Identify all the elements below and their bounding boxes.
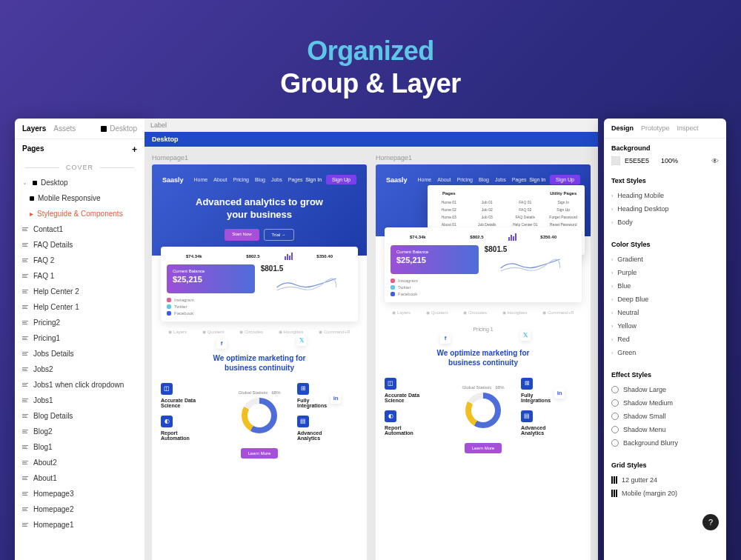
mega-item[interactable]: Reset Password xyxy=(548,222,579,227)
signup-button[interactable]: Sign Up xyxy=(550,175,580,184)
brand[interactable]: Saasly xyxy=(162,176,184,184)
nav-link[interactable]: Blog xyxy=(479,177,489,182)
mega-item[interactable]: Job 03 xyxy=(472,215,503,219)
mega-item[interactable]: FAQ Details xyxy=(510,215,541,219)
page-item[interactable]: Help Center 2 xyxy=(15,284,144,299)
nav-link[interactable]: About xyxy=(213,177,227,182)
page-item[interactable]: Jobs1 xyxy=(15,393,144,408)
style-item[interactable]: ›Gradient xyxy=(611,253,719,266)
mega-item[interactable]: Job 02 xyxy=(472,207,503,212)
page-item[interactable]: FAQ 1 xyxy=(15,268,144,284)
signup-button[interactable]: Sign Up xyxy=(326,175,356,184)
page-item[interactable]: Pricing1 xyxy=(15,330,144,346)
style-item[interactable]: ›Green xyxy=(611,346,719,359)
page-item[interactable]: Homepage1 xyxy=(15,517,144,533)
effect-item[interactable]: Background Blurry xyxy=(611,436,719,450)
page-styleguide[interactable]: ▸Styleguide & Components xyxy=(15,206,144,221)
nav-link[interactable]: About xyxy=(437,177,451,182)
mega-item[interactable]: FAQ 02 xyxy=(510,207,541,212)
bg-swatch[interactable] xyxy=(611,156,620,165)
nav-link[interactable]: Pages xyxy=(288,177,303,182)
page-cover[interactable]: COVER xyxy=(15,160,144,175)
nav-link[interactable]: Pricing xyxy=(233,177,249,182)
nav-link[interactable]: Pricing xyxy=(457,177,473,182)
canvas-tab[interactable]: Desktop xyxy=(144,132,598,147)
nav-link[interactable]: Home xyxy=(418,177,432,182)
page-item[interactable]: Jobs1 when click dropdown xyxy=(15,377,144,393)
page-item[interactable]: Blog1 xyxy=(15,439,144,455)
mega-item[interactable]: Sign Up xyxy=(548,207,579,212)
tab-design[interactable]: Design xyxy=(611,124,634,132)
learn-more-button[interactable]: Learn More xyxy=(241,448,279,459)
mega-item[interactable]: Forget Password xyxy=(548,215,579,219)
nav-link[interactable]: Home xyxy=(194,177,208,182)
style-item[interactable]: ›Deep Blue xyxy=(611,293,719,306)
page-item[interactable]: Contact1 xyxy=(15,221,144,237)
signin-link[interactable]: Sign In xyxy=(305,177,322,182)
effect-item[interactable]: Shadow Menu xyxy=(611,423,719,436)
canvas[interactable]: Label Desktop Homepage1 Saasly HomeAbout… xyxy=(144,119,598,560)
background-row[interactable]: E5E5E5 100% 👁 xyxy=(611,156,719,165)
tab-assets[interactable]: Assets xyxy=(53,124,76,133)
page-item[interactable]: About2 xyxy=(15,455,144,470)
page-item[interactable]: About1 xyxy=(15,470,144,486)
bg-hex[interactable]: E5E5E5 xyxy=(625,157,649,164)
page-item[interactable]: Jobs Details xyxy=(15,346,144,361)
page-item[interactable]: Blog2 xyxy=(15,424,144,439)
page-item[interactable]: Pricing2 xyxy=(15,315,144,330)
grid-item[interactable]: Mobile (margin 20) xyxy=(611,487,719,500)
mega-item[interactable]: Job Details xyxy=(472,222,503,227)
nav-link[interactable]: Jobs xyxy=(271,177,282,182)
mega-item[interactable]: Job 01 xyxy=(472,200,503,204)
signin-link[interactable]: Sign In xyxy=(529,177,545,182)
learn-more-button[interactable]: Learn More xyxy=(465,443,502,453)
mega-item[interactable]: FAQ 01 xyxy=(510,200,541,204)
grid-item[interactable]: 12 gutter 24 xyxy=(611,473,719,487)
page-item[interactable]: Help Center 1 xyxy=(15,299,144,315)
page-item[interactable]: Homepage2 xyxy=(15,501,144,517)
effect-item[interactable]: Shadow Large xyxy=(611,383,719,396)
stat: $802.5 xyxy=(226,254,281,259)
frame-homepage-1[interactable]: Saasly HomeAboutPricingBlogJobsPages Sig… xyxy=(152,164,367,560)
page-item[interactable]: FAQ Details xyxy=(15,237,144,253)
style-item[interactable]: ›Neutral xyxy=(611,306,719,319)
mega-item[interactable]: Home 01 xyxy=(433,200,465,204)
style-item[interactable]: ›Blue xyxy=(611,279,719,293)
style-item[interactable]: ›Heading Mobile xyxy=(611,189,719,202)
page-item[interactable]: FAQ 2 xyxy=(15,253,144,268)
visibility-icon[interactable]: 👁 xyxy=(711,157,719,165)
bg-opacity[interactable]: 100% xyxy=(661,157,678,164)
effect-item[interactable]: Shadow Small xyxy=(611,410,719,423)
page-dropdown[interactable]: Desktop xyxy=(101,124,137,133)
style-item[interactable]: ›Red xyxy=(611,333,719,346)
nav-link[interactable]: Jobs xyxy=(495,177,506,182)
mega-item[interactable]: Help Center 01 xyxy=(510,222,541,227)
style-item[interactable]: ›Body xyxy=(611,216,719,229)
page-desktop[interactable]: ⌄Desktop xyxy=(15,175,144,190)
nav-link[interactable]: Pages xyxy=(512,177,527,182)
add-page-button[interactable]: + xyxy=(132,144,137,155)
frame-homepage-2[interactable]: Saasly HomeAboutPricingBlogJobsPages Sig… xyxy=(376,164,591,560)
page-item[interactable]: Blog Details xyxy=(15,408,144,424)
page-item[interactable]: Homepage3 xyxy=(15,486,144,501)
style-item[interactable]: ›Heading Desktop xyxy=(611,202,719,216)
brand[interactable]: Saasly xyxy=(386,176,408,184)
effect-item[interactable]: Shadow Medium xyxy=(611,396,719,410)
frame-label-1[interactable]: Homepage1 xyxy=(152,154,367,161)
tab-inspect[interactable]: Inspect xyxy=(677,124,699,132)
nav-link[interactable]: Blog xyxy=(255,177,265,182)
mega-item[interactable]: Home 02 xyxy=(433,207,465,212)
style-item[interactable]: ›Yellow xyxy=(611,319,719,333)
tab-layers[interactable]: Layers xyxy=(22,124,46,133)
mega-item[interactable]: Sign In xyxy=(548,200,579,204)
page-item[interactable]: Jobs2 xyxy=(15,361,144,377)
style-item[interactable]: ›Purple xyxy=(611,266,719,279)
cta-trial[interactable]: Trial → xyxy=(264,229,294,241)
page-mobile[interactable]: Mobile Responsive xyxy=(15,190,144,206)
mega-item[interactable]: Home 03 xyxy=(433,215,465,219)
tab-prototype[interactable]: Prototype xyxy=(641,124,670,132)
help-button[interactable]: ? xyxy=(702,514,719,530)
cta-primary[interactable]: Start Now xyxy=(225,229,259,241)
mega-item[interactable]: About 01 xyxy=(433,222,465,227)
frame-label-2[interactable]: Homepage1 xyxy=(376,154,591,161)
